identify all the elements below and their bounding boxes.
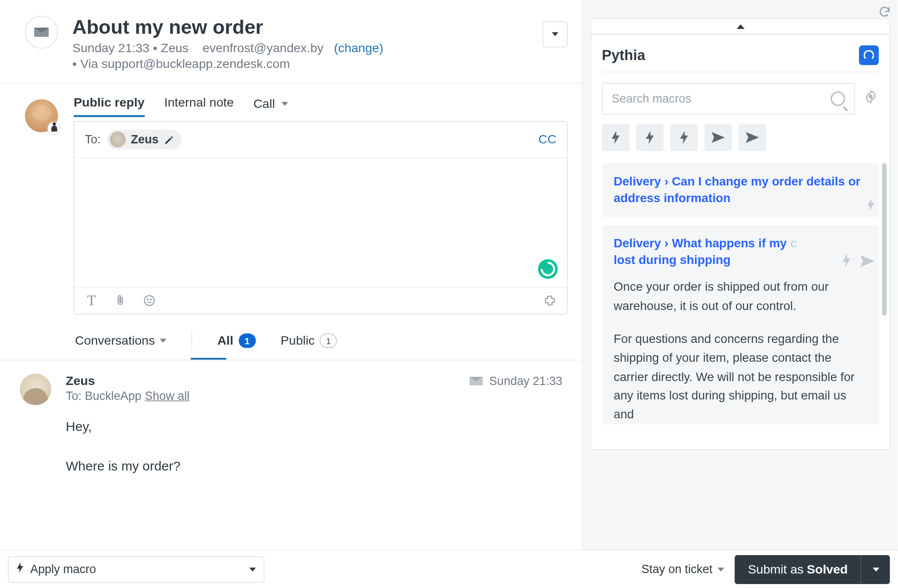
gear-icon[interactable] bbox=[863, 89, 879, 109]
show-all-link[interactable]: Show all bbox=[145, 389, 189, 403]
recipient-avatar-icon bbox=[110, 132, 126, 147]
ticket-header: About my new order Sunday 21:33 • Zeus e… bbox=[0, 0, 582, 84]
suggestion-list: Delivery › Can I change my order details… bbox=[602, 163, 879, 424]
pythia-title: Pythia bbox=[602, 47, 645, 64]
quick-send-2[interactable] bbox=[739, 124, 766, 151]
quick-send-1[interactable] bbox=[705, 124, 732, 151]
to-label: To: bbox=[85, 132, 101, 146]
apply-macro-select[interactable]: Apply macro bbox=[8, 556, 264, 582]
svg-point-2 bbox=[150, 299, 151, 300]
macro-search-input[interactable] bbox=[612, 92, 831, 106]
refresh-icon[interactable] bbox=[878, 4, 891, 22]
svg-point-0 bbox=[144, 296, 154, 306]
filter-all-count: 1 bbox=[239, 334, 256, 348]
suggestion-body: Once your order is shipped out from our … bbox=[614, 278, 867, 424]
quick-bolt-3[interactable] bbox=[670, 124, 698, 151]
suggestion-title-link[interactable]: Delivery › What happens if my c lost dur… bbox=[614, 235, 867, 268]
suggestion-title-link[interactable]: Delivery › Can I change my order details… bbox=[614, 174, 867, 207]
quick-bolt-2[interactable] bbox=[636, 124, 664, 151]
tab-call[interactable]: Call bbox=[253, 96, 288, 118]
apply-macro-label: Apply macro bbox=[30, 563, 96, 577]
chevron-down-icon bbox=[282, 102, 288, 106]
filter-all[interactable]: All 1 bbox=[217, 334, 256, 348]
filter-public[interactable]: Public 1 bbox=[281, 334, 337, 348]
svg-point-1 bbox=[147, 299, 148, 300]
suggestion-card-1: Delivery › Can I change my order details… bbox=[602, 163, 879, 217]
message-date: Sunday 21:33 bbox=[470, 374, 563, 388]
macro-search-box[interactable] bbox=[602, 83, 855, 114]
chevron-down-icon bbox=[552, 32, 559, 36]
apps-icon[interactable] bbox=[543, 294, 556, 307]
compose-tabs: Public reply Internal note Call bbox=[74, 96, 568, 118]
stay-on-ticket-dropdown[interactable]: Stay on ticket bbox=[641, 563, 724, 577]
channel-icon bbox=[25, 16, 58, 49]
compose-box: To: Zeus CC T bbox=[74, 121, 568, 314]
chevron-down-icon bbox=[718, 567, 724, 571]
pythia-app-card: Pythia bbox=[591, 34, 890, 449]
bolt-icon bbox=[17, 563, 24, 577]
message-body: Hey, Where is my order? bbox=[66, 414, 563, 478]
apps-sidebar: Pythia bbox=[582, 0, 898, 550]
tab-internal-note[interactable]: Internal note bbox=[164, 96, 234, 118]
ticket-options-dropdown[interactable] bbox=[543, 21, 568, 47]
recipient-chip-name: Zeus bbox=[131, 132, 159, 146]
panel-collapse-bar[interactable] bbox=[591, 18, 890, 34]
search-icon bbox=[831, 92, 845, 106]
ticket-footer: Apply macro Stay on ticket Submit asSolv… bbox=[0, 550, 898, 588]
divider bbox=[192, 331, 192, 350]
compose-toolbar: T bbox=[75, 287, 567, 314]
recipient-row: To: Zeus CC bbox=[75, 122, 567, 158]
message-to-line: To: BuckleApp Show all bbox=[66, 389, 563, 403]
chevron-up-icon bbox=[736, 24, 744, 29]
quick-bolt-1[interactable] bbox=[602, 124, 630, 151]
ticket-timestamp: Sunday 21:33 bbox=[72, 41, 150, 55]
via-address: support@buckleapp.zendesk.com bbox=[101, 57, 290, 71]
emoji-icon[interactable] bbox=[143, 294, 156, 307]
suggestion-action-bolt[interactable] bbox=[867, 196, 875, 214]
quick-action-row bbox=[602, 124, 879, 151]
message-from: Zeus bbox=[66, 374, 95, 388]
message-item: Zeus Sunday 21:33 To: BuckleApp Show all… bbox=[0, 360, 582, 485]
tab-call-label: Call bbox=[253, 96, 275, 111]
filter-public-count: 1 bbox=[320, 334, 337, 348]
svg-point-3 bbox=[869, 95, 873, 99]
ticket-main-pane: About my new order Sunday 21:33 • Zeus e… bbox=[0, 0, 582, 588]
chevron-down-icon bbox=[160, 339, 167, 343]
suggestion-action-bolt[interactable] bbox=[842, 253, 851, 271]
compose-area: Public reply Internal note Call To: Zeus bbox=[0, 84, 582, 321]
via-prefix: • Via bbox=[72, 57, 101, 71]
change-requester-link[interactable]: (change) bbox=[334, 41, 384, 55]
message-avatar bbox=[20, 374, 51, 405]
suggestion-card-2: Delivery › What happens if my c lost dur… bbox=[602, 225, 879, 424]
tab-public-reply[interactable]: Public reply bbox=[74, 96, 145, 118]
reply-editor[interactable] bbox=[75, 158, 567, 287]
agent-avatar bbox=[25, 100, 58, 132]
ticket-title: About my new order bbox=[72, 16, 383, 38]
recipient-chip[interactable]: Zeus bbox=[107, 130, 182, 150]
attachment-icon[interactable] bbox=[114, 294, 127, 307]
agent-badge-icon bbox=[47, 122, 61, 135]
text-format-icon[interactable]: T bbox=[85, 294, 98, 307]
submit-button[interactable]: Submit asSolved bbox=[735, 555, 861, 584]
cc-link[interactable]: CC bbox=[538, 132, 556, 147]
envelope-icon bbox=[470, 377, 483, 385]
suggestion-action-send[interactable] bbox=[860, 253, 875, 271]
requester-name: Zeus bbox=[161, 41, 189, 55]
chevron-down-icon bbox=[873, 567, 879, 571]
submit-status-dropdown[interactable] bbox=[861, 555, 890, 584]
chevron-down-icon bbox=[249, 567, 256, 571]
pythia-logo-icon bbox=[859, 46, 879, 65]
scrollbar-thumb[interactable] bbox=[882, 163, 887, 316]
requester-email: evenfrost@yandex.by bbox=[203, 41, 324, 55]
conversations-dropdown[interactable]: Conversations bbox=[75, 334, 167, 348]
envelope-icon bbox=[34, 28, 49, 37]
grammarly-icon[interactable] bbox=[538, 259, 558, 279]
conversation-filters: Conversations All 1 Public 1 bbox=[0, 321, 582, 358]
pencil-icon[interactable] bbox=[164, 135, 174, 145]
